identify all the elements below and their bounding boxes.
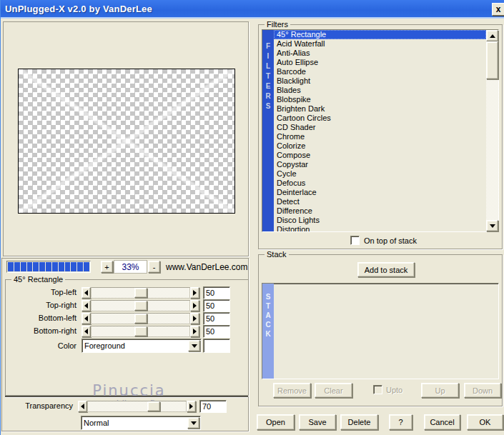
filter-list-item[interactable]: Defocus [274, 179, 486, 188]
stack-listbox[interactable]: STACK [262, 283, 499, 379]
transparency-value-input[interactable]: 70 [199, 400, 227, 413]
slider-value-input[interactable]: 50 [203, 325, 230, 338]
filter-list-item[interactable]: Brighten Dark [274, 104, 486, 114]
help-button[interactable]: ? [389, 414, 412, 430]
scroll-up-icon[interactable] [486, 30, 498, 41]
save-button[interactable]: Save [299, 414, 336, 430]
filter-list-item[interactable]: Disco Lights [274, 216, 486, 225]
slider-track[interactable] [91, 287, 190, 299]
delete-button[interactable]: Delete [340, 414, 378, 430]
progress-segment [59, 262, 64, 271]
slider-label: Top-left [0, 288, 76, 296]
preview-canvas[interactable] [18, 69, 235, 214]
clear-button[interactable]: Clear [315, 383, 352, 398]
slider-left-arrow-icon[interactable] [81, 313, 91, 324]
color-select[interactable]: Foreground [81, 339, 202, 353]
filter-list-item[interactable]: Cycle [274, 169, 486, 179]
chevron-down-icon[interactable] [188, 340, 200, 351]
chevron-down-icon[interactable] [187, 417, 199, 429]
filter-list-item[interactable]: Blades [274, 86, 486, 95]
parameter-group: 45° Rectangle Top-left 50 Top-right 50 [5, 279, 249, 396]
scrollbar-thumb[interactable] [486, 41, 498, 79]
slider-value-input[interactable]: 50 [203, 312, 230, 325]
filter-list-item[interactable]: Distortion [274, 225, 486, 231]
progress-segment [77, 262, 83, 271]
filter-list-item[interactable]: Acid Waterfall [274, 39, 486, 49]
filter-list-item[interactable]: Compose [274, 151, 486, 160]
slider-thumb[interactable] [134, 301, 147, 311]
down-button[interactable]: Down [464, 383, 501, 398]
progress-segment [33, 262, 39, 271]
slider-row-bottom-right: Bottom-right 50 [6, 326, 249, 337]
slider-track[interactable] [91, 326, 190, 337]
filter-list-item[interactable]: Blobspike [274, 95, 486, 104]
progress-segment [52, 262, 58, 271]
slider-left-arrow-icon[interactable] [81, 287, 91, 299]
filter-list-items: 45° RectangleAcid WaterfallAnti-AliasAut… [274, 30, 486, 231]
filter-list-item[interactable]: Difference [274, 206, 486, 216]
slider-thumb[interactable] [134, 326, 147, 336]
titlebar[interactable]: UnPlugged-X v2.0 by VanDerLee x [1, 0, 504, 19]
upto-checkbox[interactable] [373, 385, 382, 394]
progress-segment [39, 262, 45, 271]
slider-label: Bottom-left [0, 314, 76, 322]
filter-list-item[interactable]: Cartoon Circles [274, 114, 486, 123]
blend-mode-select[interactable]: Normal [81, 416, 201, 430]
scroll-down-icon[interactable] [486, 220, 498, 231]
filter-list-item[interactable]: Auto Ellipse [274, 58, 486, 67]
slider-right-arrow-icon[interactable] [190, 326, 199, 337]
slider-track[interactable] [91, 300, 190, 311]
progress-segment [27, 262, 33, 271]
filter-list-item[interactable]: Anti-Alias [274, 49, 486, 58]
slider-left-arrow-icon[interactable] [78, 401, 87, 412]
on-top-of-stack-label: On top of stack [364, 236, 417, 245]
filter-list-item[interactable]: Colorize [274, 141, 486, 151]
window-title: UnPlugged-X v2.0 by VanDerLee [5, 4, 152, 14]
filter-list-item[interactable]: Barcode [274, 67, 486, 76]
add-to-stack-button[interactable]: Add to stack [357, 262, 415, 277]
separator [5, 396, 248, 397]
open-button[interactable]: Open [257, 414, 295, 430]
filter-scrollbar[interactable] [486, 30, 498, 231]
slider-right-arrow-icon[interactable] [190, 313, 199, 324]
transparency-label: Transparency [0, 401, 73, 410]
cancel-button[interactable]: Cancel [424, 414, 460, 430]
up-button[interactable]: Up [421, 383, 459, 398]
close-icon[interactable]: x [492, 3, 504, 16]
filter-list-item[interactable]: Detect [274, 197, 486, 206]
transparency-thumb[interactable] [147, 401, 160, 411]
slider-track[interactable] [91, 313, 190, 324]
vendor-url: www.VanDerLee.com [166, 262, 248, 272]
transparency-track[interactable] [87, 401, 187, 412]
remove-button[interactable]: Remove [273, 383, 311, 398]
filter-list-item[interactable]: Blacklight [274, 76, 486, 86]
filter-list-item[interactable]: Chrome [274, 132, 486, 141]
progress-segment [8, 262, 14, 271]
filter-list-item[interactable]: Copystar [274, 160, 486, 169]
slider-row-bottom-left: Bottom-left 50 [6, 313, 249, 324]
slider-left-arrow-icon[interactable] [81, 326, 91, 337]
left-controls-panel: + 33% - www.VanDerLee.com 45° Rectangle … [1, 258, 249, 431]
slider-right-arrow-icon[interactable] [187, 401, 196, 412]
slider-value-input[interactable]: 50 [203, 299, 230, 312]
slider-thumb[interactable] [134, 288, 147, 298]
progress-bar [6, 261, 91, 273]
slider-thumb[interactable] [134, 314, 147, 324]
transparency-row: Transparency 70 [2, 401, 245, 412]
upto-label: Upto [386, 386, 402, 394]
slider-right-arrow-icon[interactable] [190, 287, 199, 299]
color-swatch[interactable] [203, 339, 230, 353]
zoom-out-button[interactable]: - [148, 261, 160, 273]
preview-panel [3, 21, 249, 256]
ok-button[interactable]: OK [467, 414, 503, 430]
zoom-in-button[interactable]: + [101, 261, 113, 273]
slider-left-arrow-icon[interactable] [81, 300, 91, 311]
slider-row-top-right: Top-right 50 [6, 300, 249, 311]
slider-right-arrow-icon[interactable] [190, 300, 199, 311]
color-label: Color [0, 341, 76, 350]
filter-list-item[interactable]: CD Shader [274, 123, 486, 132]
slider-value-input[interactable]: 50 [203, 286, 230, 299]
filter-list-item[interactable]: 45° Rectangle [274, 30, 486, 39]
filter-list-item[interactable]: Deinterlace [274, 188, 486, 197]
on-top-of-stack-checkbox[interactable] [350, 236, 360, 245]
